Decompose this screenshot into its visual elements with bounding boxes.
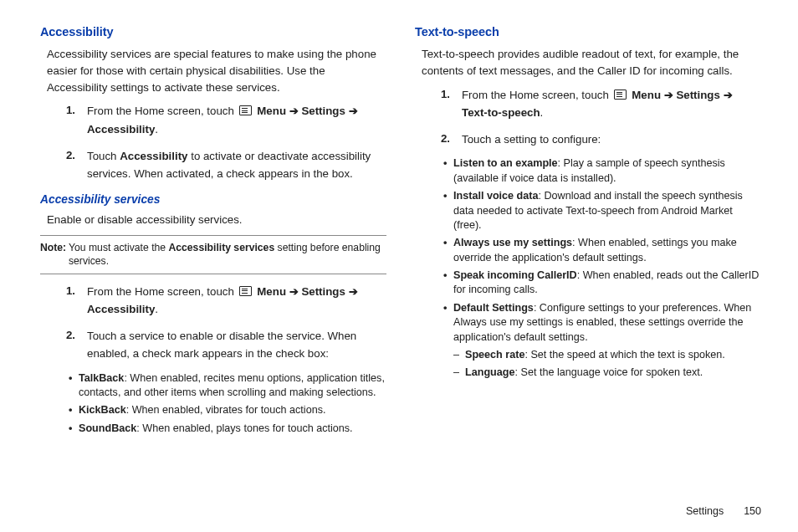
list-item: •TalkBack: When enabled, recites menu op… xyxy=(69,371,386,401)
footer-page-number: 150 xyxy=(744,505,761,517)
arrow-icon: ➔ xyxy=(664,89,673,101)
step-1: 1. From the Home screen, touch Menu ➔ Se… xyxy=(415,86,761,122)
accessibility-label: Accessibility xyxy=(87,123,155,136)
bold: Language xyxy=(465,366,514,378)
bold: Always use my settings xyxy=(453,237,572,248)
services-steps: 1. From the Home screen, touch Menu ➔ Se… xyxy=(40,283,386,363)
left-column: Accessibility Accessibility services are… xyxy=(40,23,386,499)
bullet-icon: • xyxy=(443,236,453,265)
arrow-icon: ➔ xyxy=(349,285,358,298)
bullet-icon: • xyxy=(443,189,453,233)
bold: Default Settings xyxy=(453,302,534,314)
arrow-icon: ➔ xyxy=(349,105,358,117)
text: : Set the language voice for spoken text… xyxy=(514,366,703,378)
text: Touch xyxy=(87,150,120,162)
step-body: From the Home screen, touch Menu ➔ Setti… xyxy=(87,102,386,138)
step-2: 2. Touch a setting to configure: xyxy=(415,130,761,149)
default-sublist: –Speech rate: Set the speed at which the… xyxy=(453,348,761,381)
accessibility-steps: 1. From the Home screen, touch Menu ➔ Se… xyxy=(40,102,386,182)
accessibility-intro: Accessibility services are special featu… xyxy=(47,46,386,95)
period: . xyxy=(155,303,158,315)
step-body: Touch a setting to configure: xyxy=(462,130,761,149)
bullet-icon: • xyxy=(69,422,79,436)
heading-accessibility: Accessibility xyxy=(40,23,386,41)
dash-icon: – xyxy=(453,366,465,380)
heading-accessibility-services: Accessibility services xyxy=(40,192,386,208)
accessibility-label: Accessibility xyxy=(87,303,155,315)
list-item: •KickBack: When enabled, vibrates for to… xyxy=(69,403,386,417)
two-column-layout: Accessibility Accessibility services are… xyxy=(40,23,761,499)
step-body: From the Home screen, touch Menu ➔ Setti… xyxy=(87,283,386,319)
arrow-icon: ➔ xyxy=(724,89,733,101)
period: . xyxy=(540,106,544,119)
bold: Speech rate xyxy=(465,349,524,361)
services-intro: Enable or disable accessibility services… xyxy=(47,212,386,228)
menu-label: Menu xyxy=(257,105,286,117)
list-item: •Install voice data: Download and instal… xyxy=(443,189,761,233)
manual-page: Accessibility Accessibility services are… xyxy=(0,0,798,532)
services-bullets: •TalkBack: When enabled, recites menu op… xyxy=(69,371,386,437)
text: From the Home screen, touch xyxy=(462,89,612,101)
text: From the Home screen, touch xyxy=(87,285,238,298)
arrow-icon: ➔ xyxy=(289,105,299,117)
bullet-icon: • xyxy=(69,371,79,401)
bold: KickBack xyxy=(79,404,126,416)
note-label: Note: xyxy=(40,241,66,254)
settings-label: Settings xyxy=(301,285,345,298)
step-body: From the Home screen, touch Menu ➔ Setti… xyxy=(462,86,761,122)
list-item: –Speech rate: Set the speed at which the… xyxy=(453,348,761,362)
step-number: 1. xyxy=(40,283,87,319)
menu-icon xyxy=(239,105,252,115)
step-number: 1. xyxy=(40,102,87,138)
bullet-icon: • xyxy=(443,156,453,186)
menu-icon xyxy=(239,286,252,296)
step-1: 1. From the Home screen, touch Menu ➔ Se… xyxy=(40,283,386,319)
bullet-icon: • xyxy=(443,301,453,345)
menu-label: Menu xyxy=(632,89,661,101)
step-2: 2. Touch Accessibility to activate or de… xyxy=(40,147,386,183)
step-1: 1. From the Home screen, touch Menu ➔ Se… xyxy=(40,102,386,138)
right-column: Text-to-speech Text-to-speech provides a… xyxy=(415,23,761,499)
bullet-icon: • xyxy=(69,403,79,417)
period: . xyxy=(155,123,158,136)
list-item: •Always use my settings: When enabled, s… xyxy=(443,236,761,265)
bold: TalkBack xyxy=(79,372,124,384)
step-body: Touch a service to enable or disable the… xyxy=(87,327,386,363)
step-number: 2. xyxy=(40,147,87,183)
heading-tts: Text-to-speech xyxy=(415,23,761,41)
page-footer: Settings 150 xyxy=(40,505,761,517)
bold: Speak incoming CallerID xyxy=(453,269,577,281)
menu-label: Menu xyxy=(257,285,286,298)
step-number: 1. xyxy=(415,86,462,122)
tts-steps: 1. From the Home screen, touch Menu ➔ Se… xyxy=(415,86,761,149)
dash-icon: – xyxy=(453,348,465,362)
tts-label: Text-to-speech xyxy=(462,106,540,119)
step-body: Touch Accessibility to activate or deact… xyxy=(87,147,386,183)
text: : When enabled, recites menu options, ap… xyxy=(79,372,385,398)
settings-label: Settings xyxy=(301,105,345,117)
note-text: You must activate the xyxy=(69,242,168,253)
arrow-icon: ➔ xyxy=(289,285,299,298)
list-item: •Listen to an example: Play a sample of … xyxy=(443,156,761,186)
tts-intro: Text-to-speech provides audible readout … xyxy=(422,46,761,79)
tts-bullets: •Listen to an example: Play a sample of … xyxy=(443,156,761,345)
step-2: 2. Touch a service to enable or disable … xyxy=(40,327,386,363)
step-number: 2. xyxy=(415,130,462,149)
step-number: 2. xyxy=(40,327,87,363)
bold: Install voice data xyxy=(453,190,539,202)
note-bold: Accessibility services xyxy=(168,242,274,253)
text: : When enabled, plays tones for touch ac… xyxy=(136,422,352,434)
text: From the Home screen, touch xyxy=(87,105,238,117)
list-item: •Default Settings: Configure settings to… xyxy=(443,301,761,345)
text: : When enabled, vibrates for touch actio… xyxy=(126,404,326,416)
footer-section-label: Settings xyxy=(686,505,724,517)
bold: SoundBack xyxy=(79,422,136,434)
bold: Listen to an example xyxy=(453,157,558,169)
menu-icon xyxy=(614,90,627,100)
list-item: •Speak incoming CallerID: When enabled, … xyxy=(443,269,761,298)
bullet-icon: • xyxy=(443,269,453,298)
list-item: •SoundBack: When enabled, plays tones fo… xyxy=(69,422,386,436)
text: : Set the speed at which the text is spo… xyxy=(524,349,724,361)
list-item: –Language: Set the language voice for sp… xyxy=(453,366,761,380)
bold: Accessibility xyxy=(120,150,187,162)
